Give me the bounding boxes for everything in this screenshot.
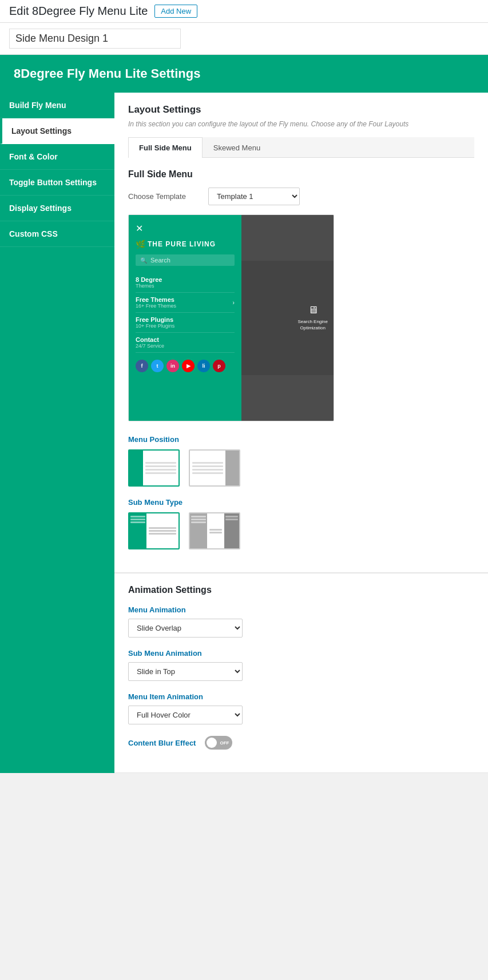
- sidebar-item-toggle-button-settings[interactable]: Toggle Button Settings: [0, 170, 114, 196]
- preview-brand: 🌿 THE PURE LIVING: [136, 240, 235, 249]
- tab-full-side-menu[interactable]: Full Side Menu: [128, 137, 203, 158]
- menu-item-animation-row: Menu Item Animation Full Hover Color Und…: [128, 692, 474, 724]
- pos-content-left: [143, 451, 178, 485]
- submenu-slide-option[interactable]: [128, 512, 180, 549]
- sidebar-item-display-settings[interactable]: Display Settings: [0, 196, 114, 221]
- preview-overlay-text: 🖥 Search EngineOptimization: [298, 304, 328, 331]
- pos-line-1: [145, 462, 176, 464]
- sub-panel-line-1: [130, 516, 145, 517]
- sub-white-line-2: [149, 530, 176, 532]
- menu-animation-select[interactable]: Slide Overlap Slide Push Fade In None: [128, 619, 243, 638]
- preview-menu-item-1: Free Themes 16+ Free Themes ›: [136, 293, 235, 313]
- preview-social-icons: f t in ▶ li p: [136, 360, 235, 372]
- sub-menu-animation-row: Sub Menu Animation Slide in Top Slide in…: [128, 649, 474, 681]
- position-left-option[interactable]: [128, 449, 180, 487]
- pos-line-r3: [192, 469, 223, 471]
- sub-menu-type-section: Sub Menu Type: [128, 498, 474, 549]
- preview-menu-item-2: Free Plugins 10+ Free Plugins: [136, 313, 235, 333]
- preview-item-title-3: Contact: [136, 336, 235, 343]
- sub-menu-type-label: Sub Menu Type: [128, 498, 474, 507]
- sub-right-line-1: [225, 516, 238, 517]
- animation-settings-section: Animation Settings Menu Animation Slide …: [114, 573, 488, 773]
- submenu-overlay-option[interactable]: [189, 512, 240, 549]
- main-layout: Build Fly Menu Layout Settings Font & Co…: [0, 93, 488, 773]
- position-right-option[interactable]: [189, 449, 240, 487]
- add-new-button[interactable]: Add New: [154, 5, 197, 18]
- menu-item-animation-select[interactable]: Full Hover Color Underline None: [128, 706, 243, 724]
- toggle-slider: OFF: [205, 736, 232, 750]
- pos-line-3: [145, 469, 176, 471]
- page-title: Edit 8Degree Fly Menu Lite: [9, 5, 148, 18]
- sub-panel-line-3: [130, 521, 145, 523]
- sub-panel-ol-3: [191, 521, 206, 523]
- top-bar: Edit 8Degree Fly Menu Lite Add New: [0, 0, 488, 23]
- preview-menu-item-3: Contact 24/7 Service: [136, 333, 235, 353]
- social-facebook: f: [136, 360, 148, 372]
- sub-panel-ol-1: [191, 516, 206, 517]
- search-icon: 🔍: [140, 257, 147, 264]
- preview-item-sub-2: 10+ Free Plugins: [136, 323, 235, 329]
- menu-name-input[interactable]: [9, 29, 181, 49]
- menu-item-animation-label: Menu Item Animation: [128, 692, 474, 701]
- content-area: Layout Settings In this section you can …: [114, 93, 488, 773]
- content-blur-label: Content Blur Effect: [128, 739, 196, 747]
- social-youtube: ▶: [182, 360, 195, 372]
- full-side-menu-content: Full Side Menu Choose Template Template …: [128, 169, 474, 549]
- submenu-green-panel-2: [190, 513, 207, 548]
- brand-icon: 🌿: [136, 240, 145, 249]
- layout-settings-desc: In this section you can configure the la…: [128, 120, 474, 128]
- preview-item-row-1: Free Themes 16+ Free Themes ›: [136, 296, 235, 309]
- social-linkedin: li: [197, 360, 210, 372]
- pos-left-panel: [129, 451, 143, 485]
- preview-item-sub-0: Themes: [136, 283, 235, 289]
- sub-menu-animation-select[interactable]: Slide in Top Slide in Bottom Fade In Non…: [128, 662, 243, 681]
- menu-name-bar: [0, 23, 488, 55]
- sidebar-item-build-fly-menu[interactable]: Build Fly Menu: [0, 93, 114, 118]
- submenu-white-panel-2: [207, 513, 224, 548]
- menu-animation-row: Menu Animation Slide Overlap Slide Push …: [128, 605, 474, 638]
- choose-template-label: Choose Template: [128, 192, 208, 201]
- sidebar: Build Fly Menu Layout Settings Font & Co…: [0, 93, 114, 773]
- social-instagram: in: [166, 360, 179, 372]
- choose-template-row: Choose Template Template 1 Template 2 Te…: [128, 188, 474, 205]
- position-options: [128, 449, 474, 487]
- content-blur-effect-row: Content Blur Effect OFF: [128, 736, 474, 750]
- sub-white-line-3: [149, 533, 176, 535]
- preview-search-bar[interactable]: 🔍 Search: [136, 254, 235, 266]
- sub-panel-ol-2: [191, 519, 206, 520]
- social-twitter: t: [151, 360, 164, 372]
- content-blur-toggle[interactable]: OFF: [205, 736, 232, 750]
- preview-inner: ✕ 🌿 THE PURE LIVING 🔍 Search: [129, 215, 334, 421]
- layout-settings-section: Layout Settings In this section you can …: [114, 93, 488, 573]
- plugin-settings-title: 8Degree Fly Menu Lite Settings: [14, 66, 474, 81]
- preview-item-text-1: Free Themes 16+ Free Themes: [136, 296, 176, 309]
- brand-name: THE PURE LIVING: [148, 240, 216, 248]
- preview-item-title-0: 8 Degree: [136, 276, 235, 283]
- sub-panel-line-2: [130, 519, 145, 520]
- preview-menu-panel: ✕ 🌿 THE PURE LIVING 🔍 Search: [129, 215, 241, 421]
- sidebar-item-layout-settings[interactable]: Layout Settings: [0, 118, 114, 144]
- preview-overlay-panel: 🖥 Search EngineOptimization: [241, 215, 334, 421]
- submenu-options: [128, 512, 474, 549]
- menu-preview-box: ✕ 🌿 THE PURE LIVING 🔍 Search: [128, 214, 334, 421]
- preview-close-icon: ✕: [136, 223, 235, 234]
- preview-overlay-icon: 🖥: [298, 304, 328, 316]
- toggle-off-label: OFF: [220, 740, 229, 746]
- sidebar-item-font-color[interactable]: Font & Color: [0, 144, 114, 170]
- pos-line-4: [145, 472, 176, 474]
- preview-item-sub-3: 24/7 Service: [136, 343, 235, 349]
- menu-position-label: Menu Position: [128, 435, 474, 444]
- sub-white-line-1: [149, 527, 176, 529]
- submenu-right-dark-panel: [224, 513, 239, 548]
- pos-line-r1: [192, 462, 223, 464]
- plugin-header: 8Degree Fly Menu Lite Settings: [0, 55, 488, 93]
- full-side-menu-title: Full Side Menu: [128, 169, 474, 180]
- pos-line-2: [145, 465, 176, 467]
- tab-skewed-menu[interactable]: Skewed Menu: [203, 137, 271, 158]
- sidebar-item-custom-css[interactable]: Custom CSS: [0, 221, 114, 247]
- search-placeholder-text: Search: [150, 257, 170, 264]
- template-select[interactable]: Template 1 Template 2 Template 3: [208, 188, 300, 205]
- layout-settings-title: Layout Settings: [128, 104, 474, 115]
- pos-right-panel: [225, 451, 239, 485]
- preview-menu-item-0: 8 Degree Themes: [136, 273, 235, 293]
